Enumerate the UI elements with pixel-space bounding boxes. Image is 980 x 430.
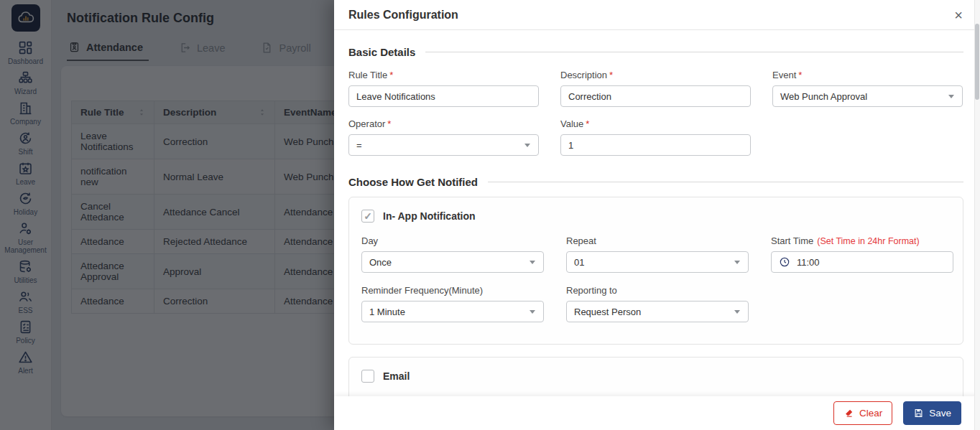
required-asterisk: * (387, 118, 391, 129)
required-asterisk: * (798, 70, 802, 80)
event-label: Event* (772, 70, 963, 80)
divider (488, 182, 963, 182)
chevron-down-icon (948, 95, 954, 98)
reporting-to-selected-value: Request Person (574, 307, 641, 317)
rule-title-label: Rule Title* (348, 70, 539, 80)
drawer-title: Rules Configuration (348, 9, 458, 22)
in-app-notification-label: In- App Notification (383, 210, 476, 222)
app-screen: Dashboard Wizard Company Shift Leave Hol… (0, 0, 980, 430)
email-notification-card: Email Day Repeat Start Time(Set Time in … (348, 357, 963, 396)
event-select[interactable]: Web Punch Approval (772, 85, 963, 107)
operator-field-group: Operator* = (348, 118, 539, 156)
description-input[interactable] (560, 85, 751, 107)
required-asterisk: * (586, 118, 589, 129)
reminder-frequency-label: Reminder Frequency(Minute) (361, 285, 544, 296)
in-app-notification-checkbox[interactable]: ✓ (361, 210, 374, 223)
section-title: Choose How Get Notified (348, 176, 478, 188)
operator-label: Operator* (348, 118, 539, 129)
chevron-down-icon (734, 310, 740, 314)
required-asterisk: * (609, 70, 613, 80)
value-input[interactable] (560, 134, 751, 156)
modal-backdrop (0, 0, 334, 430)
checkmark-icon: ✓ (364, 211, 372, 221)
operator-selected-value: = (356, 140, 362, 151)
clear-button[interactable]: Clear (833, 401, 892, 425)
email-label: Email (383, 370, 410, 382)
reporting-to-select[interactable]: Request Person (566, 301, 749, 322)
basic-details-section-heading: Basic Details (348, 46, 963, 58)
start-time-value: 11:00 (797, 257, 820, 268)
clock-icon (779, 256, 790, 268)
chevron-down-icon (530, 261, 535, 264)
day-selected-value: Once (369, 257, 392, 268)
scrollbar-track[interactable] (974, 0, 980, 430)
eraser-icon (843, 408, 854, 419)
event-selected-value: Web Punch Approval (780, 91, 867, 102)
value-label: Value* (560, 118, 751, 129)
value-field-group: Value* (560, 118, 751, 156)
save-button[interactable]: Save (903, 401, 961, 425)
reminder-frequency-selected-value: 1 Minute (369, 307, 405, 317)
drawer-body: Basic Details Rule Title* Description* (334, 30, 980, 396)
reminder-frequency-select[interactable]: 1 Minute (361, 301, 544, 322)
required-asterisk: * (389, 70, 393, 80)
scrollbar-thumb[interactable] (975, 24, 979, 100)
reporting-to-label: Reporting to (566, 285, 749, 296)
chevron-down-icon (734, 261, 740, 264)
day-label: Day (361, 235, 544, 246)
clear-button-label: Clear (859, 408, 882, 419)
time-format-note: (Set Time in 24hr Format) (817, 236, 919, 246)
start-time-input[interactable]: 11:00 (771, 251, 953, 273)
day-select[interactable]: Once (361, 251, 544, 273)
rule-title-input[interactable] (348, 85, 539, 107)
operator-select[interactable]: = (348, 134, 539, 156)
chevron-down-icon (524, 144, 530, 147)
repeat-label: Repeat (566, 235, 749, 246)
event-field-group: Event* Web Punch Approval (772, 70, 963, 107)
notify-section-heading: Choose How Get Notified (348, 176, 963, 188)
in-app-notification-card: ✓ In- App Notification Day Repeat Start … (348, 197, 963, 345)
save-icon (913, 408, 924, 419)
drawer-header: Rules Configuration × (334, 0, 980, 30)
description-field-group: Description* (560, 70, 751, 107)
description-label: Description* (560, 70, 751, 80)
email-checkbox[interactable] (361, 370, 374, 383)
chevron-down-icon (530, 310, 535, 314)
rules-configuration-drawer: Rules Configuration × Basic Details Rule… (334, 0, 980, 430)
repeat-select[interactable]: 01 (566, 251, 749, 273)
rule-title-field-group: Rule Title* (348, 70, 539, 107)
close-icon[interactable]: × (954, 8, 963, 22)
start-time-label: Start Time(Set Time in 24hr Format) (771, 235, 953, 246)
save-button-label: Save (929, 408, 951, 419)
drawer-footer: Clear Save (334, 396, 980, 430)
divider (425, 52, 963, 52)
section-title: Basic Details (348, 46, 415, 58)
repeat-selected-value: 01 (574, 257, 584, 268)
